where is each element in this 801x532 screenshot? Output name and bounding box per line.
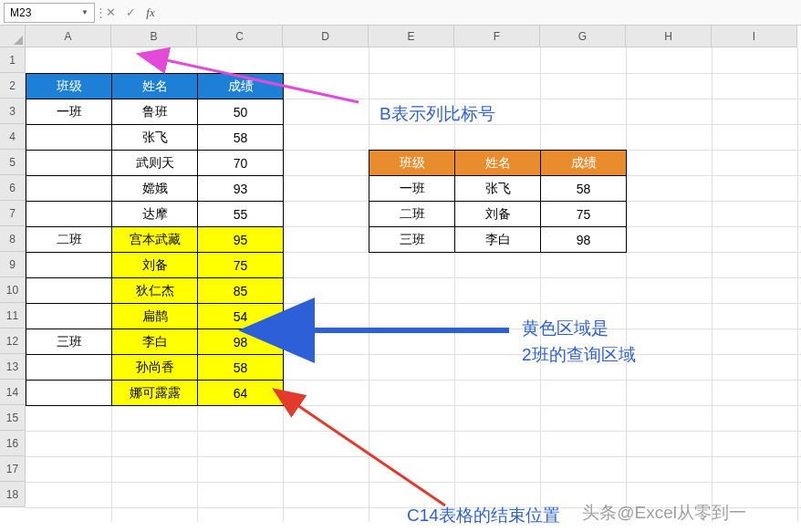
cell-class[interactable]: 一班 [26, 99, 112, 125]
chevron-down-icon[interactable]: ▼ [81, 8, 88, 16]
table-row[interactable]: 一班鲁班50 [26, 99, 284, 125]
col-header[interactable]: E [369, 26, 454, 47]
col-header[interactable]: I [712, 26, 797, 47]
cell-class[interactable] [26, 381, 112, 406]
row-header[interactable]: 16 [0, 431, 26, 456]
name-box-value: M23 [10, 6, 31, 19]
cell-name[interactable]: 娜可露露 [112, 381, 198, 406]
row-header[interactable]: 14 [0, 380, 26, 405]
table-row[interactable]: 达摩55 [26, 202, 284, 227]
cell-name[interactable]: 李白 [112, 329, 198, 355]
table-row[interactable]: 一班张飞58 [369, 176, 627, 202]
row-header[interactable]: 4 [0, 124, 26, 150]
cell-score[interactable]: 93 [198, 176, 284, 202]
cell-score[interactable]: 75 [198, 253, 284, 278]
table-row[interactable]: 张飞58 [26, 125, 284, 151]
cancel-icon[interactable]: ✕ [100, 3, 120, 23]
cell-class[interactable] [26, 176, 112, 202]
formula-input[interactable] [161, 3, 797, 23]
row-header[interactable]: 11 [0, 303, 26, 329]
annotation-top: B表示列比标号 [380, 102, 495, 126]
cell-score[interactable]: 58 [198, 355, 284, 381]
row-header[interactable]: 9 [0, 252, 26, 277]
row-header[interactable]: 5 [0, 150, 26, 175]
cell-class[interactable] [26, 304, 112, 329]
col-header[interactable]: H [626, 26, 712, 47]
cell-score[interactable]: 55 [198, 202, 284, 227]
row-header[interactable]: 17 [0, 456, 26, 482]
cell-name[interactable]: 孙尚香 [112, 355, 198, 381]
cell-score[interactable]: 64 [198, 381, 284, 406]
cell-score[interactable]: 58 [198, 125, 284, 151]
table-row[interactable]: 二班宫本武藏95 [26, 227, 284, 253]
row-header[interactable]: 3 [0, 99, 26, 124]
row-header[interactable]: 18 [0, 482, 26, 507]
table-row[interactable]: 娜可露露64 [26, 381, 284, 406]
svg-line-5 [295, 403, 445, 506]
table-row[interactable]: 三班李白98 [369, 227, 627, 253]
cell-class[interactable]: 二班 [26, 227, 112, 253]
table-row[interactable]: 三班李白98 [26, 329, 284, 355]
col-header[interactable]: F [454, 26, 540, 47]
table-row[interactable]: 孙尚香58 [26, 355, 284, 381]
cell-name[interactable]: 嫦娥 [112, 176, 198, 202]
cell-score[interactable]: 98 [198, 329, 284, 355]
table-row[interactable]: 二班刘备75 [369, 202, 627, 227]
row-header[interactable]: 10 [0, 277, 26, 303]
cell-name[interactable]: 达摩 [112, 202, 198, 227]
select-all-corner[interactable] [0, 26, 26, 47]
cell-class[interactable] [26, 125, 112, 151]
cell-class[interactable]: 三班 [26, 329, 112, 355]
fx-icon[interactable]: fx [140, 3, 161, 23]
confirm-icon[interactable]: ✓ [120, 3, 140, 23]
cell-score[interactable]: 95 [198, 227, 284, 253]
table-row[interactable]: 扁鹊54 [26, 304, 284, 329]
cell-score[interactable]: 75 [541, 202, 627, 227]
cell-class[interactable] [26, 355, 112, 381]
row-header[interactable]: 6 [0, 175, 26, 201]
cell-score[interactable]: 54 [198, 304, 284, 329]
row-header[interactable]: 8 [0, 226, 26, 252]
cells-area[interactable]: 班级 姓名 成绩 一班鲁班50张飞58武则天70嫦娥93达摩55二班宫本武藏95… [26, 47, 797, 522]
cell-name[interactable]: 武则天 [112, 151, 198, 176]
watermark: 头条@Excel从零到一 [582, 501, 746, 525]
cell-class[interactable] [26, 253, 112, 278]
col-header[interactable]: A [26, 26, 111, 47]
cell-name[interactable]: 扁鹊 [112, 304, 198, 329]
cell-score[interactable]: 50 [198, 99, 284, 125]
cell-class[interactable]: 一班 [369, 176, 455, 202]
table-row[interactable]: 嫦娥93 [26, 176, 284, 202]
cell-name[interactable]: 宫本武藏 [112, 227, 198, 253]
cell-name[interactable]: 鲁班 [112, 99, 198, 125]
cell-name[interactable]: 张飞 [455, 176, 541, 202]
col-header[interactable]: C [197, 26, 283, 47]
cell-score[interactable]: 98 [541, 227, 627, 253]
col-header[interactable]: D [283, 26, 369, 47]
row-header[interactable]: 13 [0, 354, 26, 380]
cell-class[interactable] [26, 202, 112, 227]
th-score: 成绩 [198, 74, 284, 99]
row-header[interactable]: 15 [0, 405, 26, 431]
cell-class[interactable]: 三班 [369, 227, 455, 253]
cell-class[interactable]: 二班 [369, 202, 455, 227]
row-header[interactable]: 7 [0, 201, 26, 226]
table-row[interactable]: 武则天70 [26, 151, 284, 176]
cell-score[interactable]: 85 [198, 278, 284, 304]
name-box[interactable]: M23 ▼ [4, 3, 95, 23]
row-header[interactable]: 1 [0, 47, 26, 73]
table-row[interactable]: 狄仁杰85 [26, 278, 284, 304]
cell-class[interactable] [26, 278, 112, 304]
cell-name[interactable]: 李白 [455, 227, 541, 253]
col-header[interactable]: G [540, 26, 626, 47]
cell-name[interactable]: 狄仁杰 [112, 278, 198, 304]
col-header[interactable]: B [111, 26, 197, 47]
cell-score[interactable]: 58 [541, 176, 627, 202]
row-header[interactable]: 2 [0, 73, 26, 99]
cell-name[interactable]: 张飞 [112, 125, 198, 151]
cell-name[interactable]: 刘备 [112, 253, 198, 278]
cell-score[interactable]: 70 [198, 151, 284, 176]
row-header[interactable]: 12 [0, 329, 26, 354]
table-row[interactable]: 刘备75 [26, 253, 284, 278]
cell-class[interactable] [26, 151, 112, 176]
cell-name[interactable]: 刘备 [455, 202, 541, 227]
